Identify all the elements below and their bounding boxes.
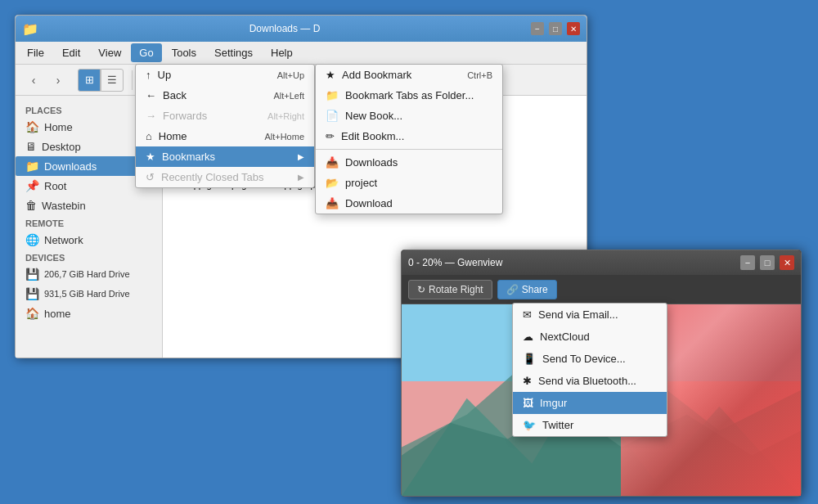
view-buttons: ⊞ ☰	[78, 69, 124, 92]
sidebar-item-hdd1[interactable]: 💾 206,7 GiB Hard Drive	[16, 264, 162, 284]
share-device-item[interactable]: 📱 Send To Device...	[513, 348, 667, 370]
bookmark-download2-item[interactable]: 📥 Download	[316, 193, 502, 214]
share-icon: 🔗	[506, 284, 519, 295]
menu-settings[interactable]: Settings	[206, 43, 261, 62]
go-back-item[interactable]: ← Back Alt+Left	[136, 85, 314, 106]
icon-view-button[interactable]: ⊞	[78, 69, 101, 92]
imgur-icon: 🖼	[523, 397, 533, 409]
bookmark-download2-icon: 📥	[326, 197, 339, 209]
trash-icon: 🗑	[25, 199, 37, 212]
edit-bookmark-item[interactable]: ✏ Edit Bookm...	[316, 126, 502, 146]
root-icon: 📌	[25, 179, 39, 192]
hdd1-icon: 💾	[25, 268, 39, 281]
rotate-right-button[interactable]: ↻ Rotate Right	[408, 280, 492, 299]
forward-icon: →	[146, 110, 156, 122]
add-bookmark-icon: ★	[326, 69, 335, 81]
new-bookmark-icon: 📄	[326, 110, 339, 122]
go-forwards-item[interactable]: → Forwards Alt+Right	[136, 106, 314, 126]
sidebar-item-wastebin[interactable]: 🗑 Wastebin	[16, 196, 162, 215]
forward-nav-button[interactable]: ›	[47, 69, 70, 92]
file-manager-title: Downloads — D	[43, 23, 526, 34]
twitter-icon: 🐦	[523, 419, 536, 431]
devices-section-label: Devices	[16, 250, 162, 264]
back-nav-button[interactable]: ‹	[22, 69, 45, 92]
rotate-right-icon: ↻	[417, 284, 425, 295]
go-recently-closed-item[interactable]: ↺ Recently Closed Tabs ▶	[136, 167, 314, 187]
menu-edit[interactable]: Edit	[54, 43, 88, 62]
bookmarks-submenu-arrow: ▶	[298, 152, 304, 161]
downloads-folder-icon: 📁	[25, 160, 39, 173]
bookmark-separator	[316, 149, 502, 150]
bookmark-project-item[interactable]: 📂 project	[316, 173, 502, 193]
sidebar-item-hdd2[interactable]: 💾 931,5 GiB Hard Drive	[16, 284, 162, 304]
new-bookmark-item[interactable]: 📄 New Book...	[316, 106, 502, 126]
share-nextcloud-item[interactable]: ☁ NextCloud	[513, 326, 667, 348]
file-manager-titlebar: 📁 Downloads — D − □ ✕	[16, 16, 587, 42]
gwenview-minimize-button[interactable]: −	[740, 255, 755, 270]
sidebar-item-home-device[interactable]: 🏠 home	[16, 304, 162, 323]
menu-view[interactable]: View	[90, 43, 129, 62]
email-icon: ✉	[523, 308, 532, 321]
menubar: File Edit View Go Tools Settings Help	[16, 42, 587, 65]
toolbar-separator	[132, 70, 133, 90]
menu-go[interactable]: Go	[131, 43, 161, 62]
minimize-button[interactable]: −	[531, 22, 544, 35]
bookmark-folder-icon: 📁	[326, 89, 339, 101]
share-imgur-item[interactable]: 🖼 Imgur	[513, 392, 667, 414]
add-bookmark-item[interactable]: ★ Add Bookmark Ctrl+B	[316, 65, 502, 85]
go-home-item[interactable]: ⌂ Home Alt+Home	[136, 126, 314, 146]
share-button[interactable]: 🔗 Share	[497, 280, 557, 299]
nav-buttons: ‹ ›	[22, 69, 70, 92]
gwenview-title: 0 - 20% — Gwenview	[408, 257, 735, 268]
hdd2-icon: 💾	[25, 287, 39, 300]
home-go-icon: ⌂	[146, 130, 152, 142]
list-view-button[interactable]: ☰	[101, 69, 124, 92]
gwenview-maximize-button[interactable]: □	[760, 255, 775, 270]
file-manager-icon: 📁	[22, 21, 38, 37]
go-up-item[interactable]: ↑ Up Alt+Up	[136, 65, 314, 85]
home-device-icon: 🏠	[25, 307, 39, 320]
bookmark-project-icon: 📂	[326, 177, 339, 189]
sidebar-item-network[interactable]: 🌐 Network	[16, 230, 162, 250]
bookmarks-icon: ★	[146, 151, 155, 163]
recently-closed-icon: ↺	[146, 171, 155, 183]
go-dropdown-menu: ↑ Up Alt+Up ← Back Alt+Left → Forwards A…	[135, 64, 315, 188]
bluetooth-icon: ✱	[523, 375, 532, 387]
bookmarks-submenu-menu: ★ Add Bookmark Ctrl+B 📁 Bookmark Tabs as…	[315, 64, 503, 214]
menu-file[interactable]: File	[19, 43, 52, 62]
share-context-menu: ✉ Send via Email... ☁ NextCloud 📱 Send T…	[512, 303, 667, 437]
bookmark-downloads-item[interactable]: 📥 Downloads	[316, 152, 502, 173]
desktop-icon: 🖥	[25, 140, 37, 153]
share-bluetooth-item[interactable]: ✱ Send via Bluetooth...	[513, 370, 667, 392]
home-icon: 🏠	[25, 120, 39, 133]
go-bookmarks-item[interactable]: ★ Bookmarks ▶	[136, 146, 314, 167]
bookmark-downloads-icon: 📥	[326, 156, 339, 169]
close-button[interactable]: ✕	[567, 22, 580, 35]
nextcloud-icon: ☁	[523, 331, 533, 343]
edit-bookmark-icon: ✏	[326, 130, 335, 142]
gwenview-close-button[interactable]: ✕	[780, 255, 794, 270]
network-icon: 🌐	[25, 233, 39, 246]
maximize-button[interactable]: □	[549, 22, 562, 35]
menu-help[interactable]: Help	[263, 43, 301, 62]
menu-tools[interactable]: Tools	[164, 43, 204, 62]
share-twitter-item[interactable]: 🐦 Twitter	[513, 414, 667, 436]
back-icon: ←	[146, 89, 156, 101]
gwenview-toolbar: ↻ Rotate Right 🔗 Share	[402, 275, 801, 304]
up-icon: ↑	[146, 69, 151, 81]
remote-section-label: Remote	[16, 215, 162, 230]
device-icon: 📱	[523, 353, 536, 365]
gwenview-titlebar: 0 - 20% — Gwenview − □ ✕	[402, 250, 801, 275]
recently-closed-submenu-arrow: ▶	[298, 173, 304, 182]
bookmark-tabs-folder-item[interactable]: 📁 Bookmark Tabs as Folder...	[316, 85, 502, 106]
share-email-item[interactable]: ✉ Send via Email...	[513, 304, 667, 326]
